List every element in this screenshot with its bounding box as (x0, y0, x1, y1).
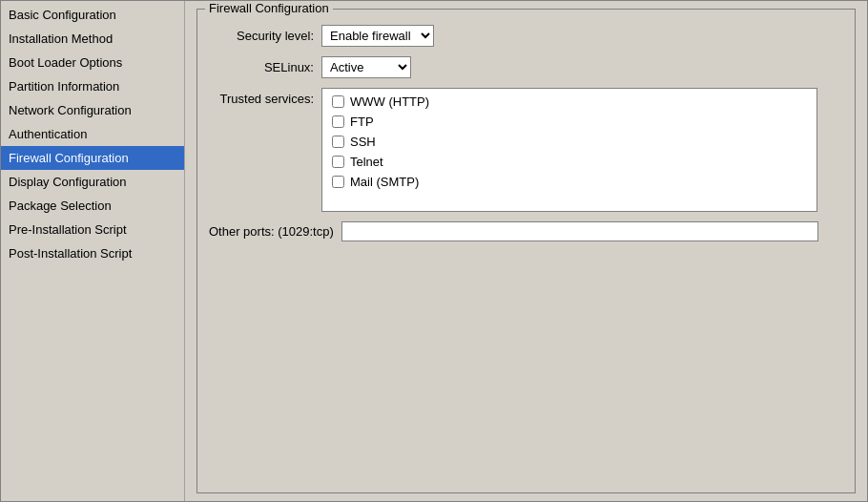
main-content: Firewall Configuration Security level: E… (185, 1, 867, 501)
sidebar-item-basic-configuration[interactable]: Basic Configuration (1, 3, 184, 27)
sidebar-item-installation-method[interactable]: Installation Method (1, 27, 184, 51)
sidebar-item-firewall-configuration[interactable]: Firewall Configuration (1, 146, 184, 170)
selinux-label: SELinux: (209, 60, 314, 74)
app-container: Basic ConfigurationInstallation MethodBo… (0, 0, 868, 502)
trusted-service-www-http: WWW (HTTP) (332, 94, 807, 109)
checkbox-ftp[interactable] (332, 115, 344, 128)
firewall-configuration-group: Firewall Configuration Security level: E… (196, 9, 856, 493)
selinux-row: SELinux: ActivePermissiveDisabled (209, 56, 843, 78)
checkbox-telnet[interactable] (332, 156, 344, 168)
checkbox-mail-smtp[interactable] (332, 176, 344, 188)
other-ports-row: Other ports: (1029:tcp) (209, 221, 843, 241)
trusted-service-telnet: Telnet (332, 155, 807, 169)
group-box-title: Firewall Configuration (205, 1, 333, 15)
other-ports-label: Other ports: (1029:tcp) (209, 224, 334, 239)
label-mail-smtp: Mail (SMTP) (350, 175, 419, 189)
sidebar-item-display-configuration[interactable]: Display Configuration (1, 170, 184, 194)
sidebar-item-pre-installation-script[interactable]: Pre-Installation Script (1, 218, 184, 241)
label-ssh: SSH (350, 135, 376, 149)
sidebar-item-authentication[interactable]: Authentication (1, 122, 184, 146)
checkbox-www-http[interactable] (332, 95, 344, 108)
trusted-services-label: Trusted services: (209, 88, 314, 106)
sidebar-item-post-installation-script[interactable]: Post-Installation Script (1, 241, 184, 265)
selinux-select[interactable]: ActivePermissiveDisabled (321, 56, 411, 78)
sidebar: Basic ConfigurationInstallation MethodBo… (1, 1, 185, 501)
trusted-service-ssh: SSH (332, 135, 807, 149)
label-telnet: Telnet (350, 155, 383, 169)
sidebar-item-boot-loader-options[interactable]: Boot Loader Options (1, 51, 184, 74)
trusted-service-mail-smtp: Mail (SMTP) (332, 175, 807, 189)
trusted-services-box: WWW (HTTP)FTPSSHTelnetMail (SMTP) (321, 88, 817, 212)
sidebar-item-package-selection[interactable]: Package Selection (1, 194, 184, 218)
other-ports-input[interactable] (341, 221, 818, 241)
sidebar-item-partition-information[interactable]: Partition Information (1, 74, 184, 98)
security-level-label: Security level: (209, 29, 314, 43)
checkbox-ssh[interactable] (332, 136, 344, 148)
sidebar-item-network-configuration[interactable]: Network Configuration (1, 98, 184, 122)
security-level-select[interactable]: Enable firewallDisable firewallNo firewa… (321, 25, 434, 47)
trusted-services-section: Trusted services: WWW (HTTP)FTPSSHTelnet… (209, 88, 843, 212)
security-level-row: Security level: Enable firewallDisable f… (209, 25, 843, 47)
trusted-service-ftp: FTP (332, 115, 807, 129)
label-www-http: WWW (HTTP) (350, 94, 429, 109)
label-ftp: FTP (350, 115, 374, 129)
